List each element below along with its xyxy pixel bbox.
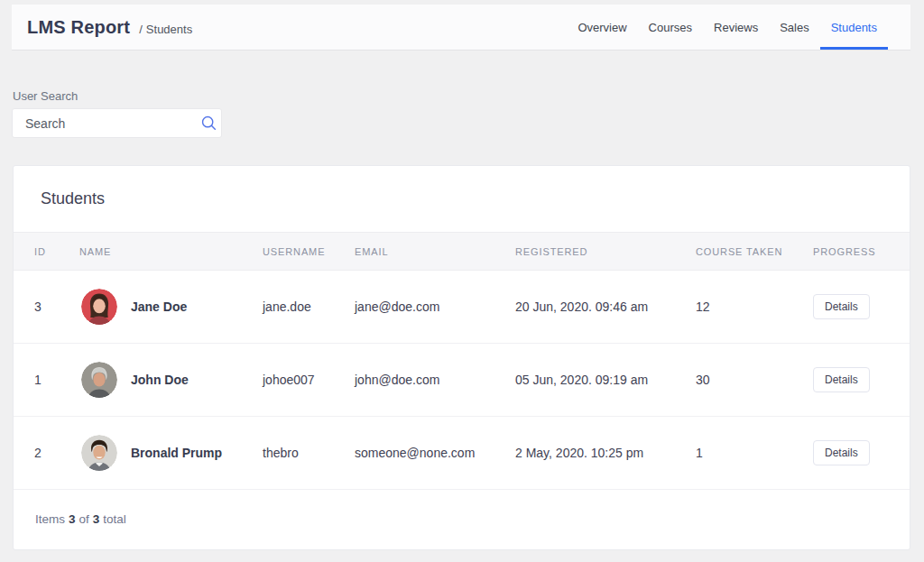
- progress-cell: Details: [813, 367, 910, 392]
- table-row: 1 John Doe johoe007 john@doe.com 05 Jun,…: [14, 344, 910, 417]
- bronald-prump-avatar: [81, 435, 117, 471]
- topbar: LMS Report /Students Overview Courses Re…: [12, 5, 910, 51]
- column-header-id: ID: [14, 246, 79, 257]
- student-username: jane.doe: [263, 299, 355, 314]
- tab-students[interactable]: Students: [820, 5, 888, 50]
- student-email: john@doe.com: [355, 373, 515, 387]
- student-registered: 2 May, 2020. 10:25 pm: [515, 446, 696, 460]
- details-button[interactable]: Details: [813, 440, 870, 465]
- column-header-registered: Registered: [515, 246, 696, 257]
- search-input[interactable]: [13, 109, 196, 137]
- items-count: 3: [69, 512, 76, 526]
- details-button[interactable]: Details: [813, 294, 870, 319]
- student-email: jane@doe.com: [355, 299, 515, 314]
- tab-sales[interactable]: Sales: [769, 5, 820, 50]
- student-username: johoe007: [263, 373, 355, 387]
- items-label: Items: [35, 512, 65, 526]
- student-id: 1: [14, 373, 79, 387]
- student-name: John Doe: [131, 373, 189, 387]
- student-name-cell: Bronald Prump: [79, 435, 263, 471]
- of-label: of: [79, 512, 89, 526]
- progress-cell: Details: [813, 294, 910, 319]
- page-title: LMS Report: [27, 17, 130, 38]
- card-title-row: Students: [14, 166, 910, 233]
- topbar-tabs: Overview Courses Reviews Sales Students: [567, 5, 910, 50]
- search-icon[interactable]: [196, 115, 221, 132]
- tab-courses[interactable]: Courses: [638, 5, 703, 50]
- title-wrap: LMS Report /Students: [12, 5, 192, 50]
- column-header-email: Email: [355, 246, 515, 257]
- student-email: someone@none.com: [355, 446, 515, 460]
- student-id: 3: [14, 299, 79, 314]
- student-name-cell: Jane Doe: [79, 289, 263, 325]
- card-title: Students: [41, 189, 105, 208]
- column-header-username: Username: [263, 246, 355, 257]
- student-name: Jane Doe: [131, 299, 187, 314]
- student-courses-taken: 12: [696, 299, 813, 314]
- student-name-cell: John Doe: [79, 362, 263, 398]
- john-doe-avatar: [81, 362, 117, 398]
- students-card: Students ID Name Username Email Register…: [13, 165, 910, 550]
- user-search-label: User Search: [13, 89, 78, 103]
- progress-cell: Details: [813, 440, 910, 465]
- student-courses-taken: 1: [696, 446, 813, 460]
- student-courses-taken: 30: [696, 373, 813, 387]
- total-label: total: [103, 512, 126, 526]
- student-id: 2: [14, 446, 79, 460]
- student-username: thebro: [263, 446, 355, 460]
- table-header-row: ID Name Username Email Registered Course…: [14, 233, 910, 271]
- breadcrumb: /Students: [139, 18, 192, 36]
- breadcrumb-separator: /: [139, 23, 143, 36]
- jane-doe-avatar: [81, 289, 117, 325]
- column-header-name: Name: [79, 246, 263, 257]
- details-button[interactable]: Details: [813, 367, 870, 392]
- student-name: Bronald Prump: [131, 446, 222, 460]
- column-header-course-taken: Course taken: [696, 246, 813, 257]
- student-registered: 05 Jun, 2020. 09:19 am: [515, 373, 696, 387]
- student-registered: 20 Jun, 2020. 09:46 am: [515, 299, 696, 314]
- search-box: [12, 108, 222, 138]
- table-footer: Items 3 of 3 total: [14, 490, 910, 548]
- tab-reviews[interactable]: Reviews: [703, 5, 769, 50]
- items-total: 3: [93, 512, 100, 526]
- table-row: 2 Bronald Prump thebro: [14, 417, 910, 490]
- tab-overview[interactable]: Overview: [567, 5, 637, 50]
- column-header-progress: Progress: [813, 246, 910, 257]
- table-row: 3 Jane Doe jane.doe jane@doe.com 20 Jun,…: [14, 271, 910, 344]
- breadcrumb-current: Students: [146, 23, 192, 36]
